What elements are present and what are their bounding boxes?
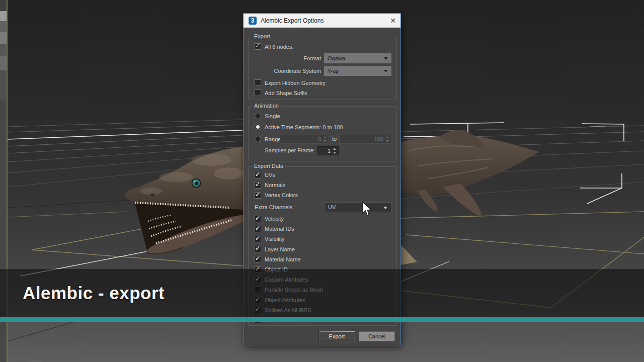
checkbox[interactable] xyxy=(255,256,261,262)
checkbox-row[interactable]: UVs xyxy=(255,170,298,180)
export-data-group-label: Export Data xyxy=(252,163,285,169)
checkbox-label: Velocity xyxy=(265,216,284,222)
close-icon[interactable]: ✕ xyxy=(390,17,396,24)
format-value: Ogawa xyxy=(328,55,345,61)
checkbox-row[interactable]: Normals xyxy=(255,180,298,190)
shape-suffix-checkbox[interactable] xyxy=(255,89,261,96)
cancel-button[interactable]: Cancel xyxy=(359,331,395,341)
dialog-titlebar[interactable]: 3 Alembic Export Options ✕ xyxy=(244,14,400,28)
mouse-cursor-icon xyxy=(361,201,373,217)
range-row[interactable]: Range: xyxy=(255,136,282,142)
coordinate-system-value: Y-up xyxy=(328,68,339,74)
checkbox[interactable] xyxy=(255,216,261,222)
format-label: Format xyxy=(303,55,321,61)
checkbox[interactable] xyxy=(255,172,261,178)
checkbox-label: Layer Name xyxy=(265,246,295,252)
all-nodes-label: All 6 nodes. xyxy=(265,44,293,50)
checkbox-label: Material Name xyxy=(265,256,301,262)
format-dropdown[interactable]: Ogawa xyxy=(324,53,391,63)
spinner-arrows-icon[interactable] xyxy=(323,136,327,142)
checkbox-label: UVs xyxy=(265,172,275,178)
checkbox-row[interactable]: Velocity xyxy=(255,214,323,224)
extra-channels-value: UV xyxy=(328,204,336,210)
3dsmax-logo-icon: 3 xyxy=(249,17,257,25)
chevron-down-icon xyxy=(383,207,387,209)
samples-per-frame-label: Samples per Frame: xyxy=(265,147,315,153)
dialog-title: Alembic Export Options xyxy=(261,17,324,24)
checkbox[interactable] xyxy=(255,246,261,252)
range-radio[interactable] xyxy=(255,136,261,142)
hidden-geometry-row[interactable]: Export Hidden Geometry xyxy=(255,79,326,86)
export-button[interactable]: Export xyxy=(319,331,355,341)
checkbox-row[interactable]: Visibility xyxy=(255,234,323,244)
shape-suffix-row[interactable]: Add Shape Suffix xyxy=(255,89,307,96)
extra-channels-label: Extra Channels xyxy=(255,204,292,210)
samples-per-frame-spinner[interactable]: 1 xyxy=(317,146,339,155)
range-from-spinner[interactable]: 0 xyxy=(280,135,329,144)
chevron-down-icon xyxy=(384,57,388,60)
checkbox[interactable] xyxy=(255,192,261,199)
shape-suffix-label: Add Shape Suffix xyxy=(265,90,307,96)
range-to-value: 100 xyxy=(374,136,383,142)
spinner-arrows-icon[interactable] xyxy=(333,148,337,154)
spinner-arrows-icon[interactable] xyxy=(385,136,389,142)
checkbox-row[interactable]: Material Name xyxy=(255,254,323,264)
chevron-down-icon xyxy=(384,70,388,72)
single-row[interactable]: Single xyxy=(255,113,280,119)
export-data-list-top: UVs Normals Vertex Colors xyxy=(255,170,298,200)
single-label: Single xyxy=(265,113,280,119)
export-group-label: Export xyxy=(252,33,272,39)
caption-title: Alembic - export xyxy=(23,283,165,303)
shark-tail xyxy=(401,130,539,265)
coordinate-system-dropdown[interactable]: Y-up xyxy=(324,66,391,76)
hidden-geometry-label: Export Hidden Geometry xyxy=(265,80,326,86)
all-nodes-checkbox[interactable] xyxy=(255,43,261,50)
checkbox-row[interactable]: Material IDs xyxy=(255,224,323,234)
samples-per-frame-value: 1 xyxy=(328,148,331,154)
range-to-spinner[interactable]: 100 xyxy=(339,135,391,144)
active-time-radio[interactable] xyxy=(255,124,261,130)
range-from-value: 0 xyxy=(318,136,321,142)
checkbox-label: Material IDs xyxy=(265,226,294,232)
hidden-geometry-checkbox[interactable] xyxy=(255,79,261,86)
checkbox-row[interactable]: Vertex Colors xyxy=(255,190,298,200)
single-radio[interactable] xyxy=(255,113,261,119)
checkbox[interactable] xyxy=(255,182,261,189)
checkbox-row[interactable]: Layer Name xyxy=(255,244,323,254)
checkbox[interactable] xyxy=(255,226,261,232)
checkbox-label: Vertex Colors xyxy=(265,192,298,198)
caption-band: Alembic - export xyxy=(0,269,644,317)
animation-group-label: Animation xyxy=(252,103,281,109)
checkbox[interactable] xyxy=(255,236,261,242)
active-time-label: Active Time Segments: 0 to 100 xyxy=(265,124,343,130)
coord-label-row: Coordinate System xyxy=(244,68,321,74)
coordinate-system-label: Coordinate System xyxy=(274,68,321,74)
extra-channels-dropdown[interactable]: UV xyxy=(324,202,391,212)
all-nodes-row[interactable]: All 6 nodes. xyxy=(255,43,293,50)
teal-accent-bar xyxy=(0,317,644,322)
checkbox-label: Visibility xyxy=(265,236,285,242)
extra-channels-label-row: Extra Channels xyxy=(255,204,292,210)
range-to-word: to xyxy=(332,136,337,142)
checkbox-label: Normals xyxy=(265,182,285,188)
shark-head xyxy=(125,147,244,254)
format-label-row: Format xyxy=(244,55,321,61)
samples-label-row: Samples per Frame: xyxy=(244,147,315,153)
active-time-row[interactable]: Active Time Segments: 0 to 100 xyxy=(255,124,343,130)
